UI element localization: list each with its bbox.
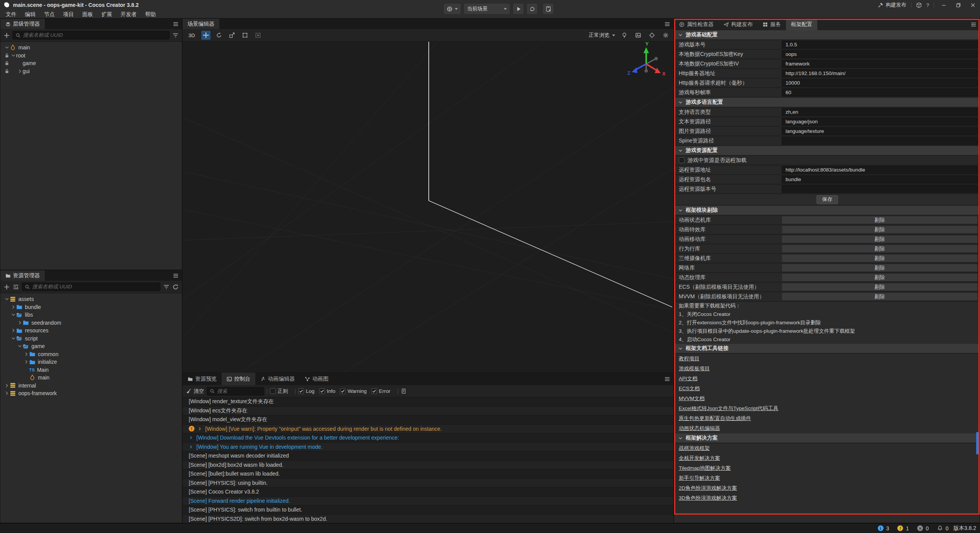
doc-link[interactable]: 游戏模板项目 (679, 365, 710, 372)
axis-gizmo[interactable]: Y X Z (621, 42, 671, 88)
chevron-right-icon[interactable] (24, 359, 29, 365)
asset-node-oops-framework[interactable]: oops-framework (0, 389, 182, 397)
chevron-down-icon[interactable] (11, 312, 16, 317)
regex-checkbox[interactable]: 正则 (270, 388, 288, 395)
cull-button[interactable]: 剔除 (782, 293, 978, 301)
panel-menu-icon[interactable] (664, 21, 670, 27)
menu-item-1[interactable]: 文件 (2, 10, 21, 18)
collapse-all-icon[interactable] (13, 284, 19, 290)
asset-node-seedrandom[interactable]: seedrandom (0, 319, 182, 327)
cull-button[interactable]: 剔除 (782, 254, 978, 262)
field-input-支持语言类型[interactable]: zh,en (782, 108, 978, 116)
panel-menu-icon[interactable] (173, 273, 179, 279)
save-button[interactable]: 保存 (817, 195, 838, 204)
doc-link[interactable]: 3D角色扮演游戏解决方案 (679, 495, 737, 502)
refresh-icon[interactable] (172, 284, 179, 290)
tab-动画编辑器[interactable]: 动画编辑器 (255, 373, 300, 385)
cull-button[interactable]: 剔除 (782, 264, 978, 272)
log-row[interactable]: [Scene] [PHYSICS2D]: switch from box2d-w… (183, 515, 673, 524)
info-count-icon[interactable]: i (878, 525, 884, 531)
hierarchy-search-input[interactable]: 搜索名称或 UUID (13, 31, 170, 39)
filter-icon[interactable] (163, 284, 170, 290)
scene-viewport[interactable]: Y X Z (183, 42, 673, 373)
rect-tool-button[interactable] (240, 31, 250, 40)
chevron-down-icon[interactable] (11, 53, 16, 58)
render-view-button[interactable] (634, 31, 643, 40)
tab-控制台[interactable]: 控制台 (222, 373, 255, 385)
asset-node-assets[interactable]: assets (0, 295, 182, 303)
minimize-button[interactable] (939, 0, 949, 10)
chevron-down-icon[interactable] (4, 296, 10, 302)
build-publish-button[interactable]: 构建发布 (878, 2, 906, 8)
expand-caret-icon[interactable] (189, 445, 193, 449)
chevron-right-icon[interactable] (4, 391, 10, 396)
console-log-list[interactable]: [Window] render_texture文件夹存在[Window] ecs… (183, 397, 673, 523)
doc-link[interactable]: 动画状态机编辑器 (679, 425, 720, 432)
section-header[interactable]: 框架文档工具链接 (674, 344, 980, 354)
log-row[interactable]: ![Window] [Vue warn]: Property "onInput"… (183, 425, 673, 434)
log-row[interactable]: [Scene] meshopt wasm decoder initialized (183, 451, 673, 461)
log-row[interactable]: [Scene] [bullet]:bullet wasm lib loaded. (183, 469, 673, 479)
view-mode-dropdown[interactable]: 正常浏览 (589, 32, 615, 39)
device-preview-button[interactable] (542, 3, 554, 15)
asset-node-initialize[interactable]: initialize (0, 358, 182, 366)
field-input-游戏版本号[interactable]: 1.0.5 (782, 41, 978, 49)
tab-scene-editor[interactable]: 场景编辑器 (183, 19, 219, 29)
chevron-down-icon[interactable] (17, 343, 23, 349)
log-row[interactable]: [Window] model_view文件夹存在 (183, 415, 673, 425)
field-input-Http服务器地址[interactable]: http://192.168.0.150/main/ (782, 69, 978, 77)
light-toggle-button[interactable] (620, 31, 629, 40)
asset-node-common[interactable]: common (0, 350, 182, 358)
field-input-远程资源包名[interactable]: bundle (782, 175, 978, 183)
section-header[interactable]: 游戏基础配置 (674, 30, 980, 40)
log-row[interactable]: [Scene] [PHYSICS]: using builtin. (183, 479, 673, 488)
menu-item-7[interactable]: 开发者 (116, 10, 141, 18)
panel-menu-icon[interactable] (664, 376, 670, 382)
doc-link[interactable]: 原生包热更新配置自动生成插件 (679, 415, 751, 422)
scene-select-dropdown[interactable]: 当前场景 (464, 3, 510, 15)
asset-node-bundle[interactable]: bundle (0, 303, 182, 311)
chevron-right-icon[interactable] (17, 320, 23, 325)
maximize-button[interactable] (953, 0, 963, 10)
close-button[interactable] (968, 0, 978, 10)
scale-tool-button[interactable] (227, 31, 237, 40)
restart-button[interactable] (526, 3, 538, 15)
chevron-down-icon[interactable] (11, 336, 16, 341)
filter-info-checkbox[interactable]: Info (319, 388, 336, 394)
asset-node-script[interactable]: script (0, 335, 182, 343)
chevron-down-icon[interactable] (4, 45, 10, 50)
log-row[interactable]: [Window] You are running Vue in developm… (183, 443, 673, 452)
tab-hierarchy[interactable]: 层级管理器 (0, 19, 45, 29)
doc-link[interactable]: 教程项目 (679, 355, 699, 362)
log-row[interactable]: [Window] Download the Vue Devtools exten… (183, 433, 673, 443)
focus-button[interactable] (647, 31, 657, 40)
section-header[interactable]: 框架解决方案 (674, 433, 980, 443)
hierarchy-node-main[interactable]: main (0, 44, 182, 52)
warning-count-icon[interactable]: ! (897, 525, 903, 531)
error-count-icon[interactable]: ✕ (917, 525, 923, 531)
console-search-input[interactable]: 搜索 (207, 387, 264, 396)
field-input-远程资源地址[interactable]: http://localhost:8083/assets/bundle (782, 166, 978, 174)
doc-link[interactable]: Excel格式转Json文件与TypeScript代码工具 (679, 405, 778, 412)
asset-node-libs[interactable]: libs (0, 311, 182, 319)
hierarchy-node-gui[interactable]: gui (0, 67, 182, 75)
bell-icon[interactable] (937, 525, 943, 531)
log-row[interactable]: [Scene] Cocos Creator v3.8.2 (183, 487, 673, 497)
cull-button[interactable]: 剔除 (782, 273, 978, 281)
filter-error-checkbox[interactable]: Error (371, 388, 390, 394)
field-input-图片资源路径[interactable]: language/texture (782, 127, 978, 135)
log-row[interactable]: [Scene] Forward render pipeline initiali… (183, 497, 673, 506)
menu-item-8[interactable]: 帮助 (141, 10, 160, 18)
log-row[interactable]: [Scene] [box2d]:box2d wasm lib loaded. (183, 461, 673, 470)
field-input-远程资源版本号[interactable] (782, 185, 978, 193)
doc-link[interactable]: 新手引导解决方案 (679, 475, 720, 482)
add-asset-button[interactable] (3, 284, 10, 290)
chevron-right-icon[interactable] (24, 352, 29, 357)
tab-构建发布[interactable]: 构建发布 (719, 19, 758, 30)
menu-item-5[interactable]: 面板 (78, 10, 97, 18)
cull-button[interactable]: 剔除 (782, 226, 978, 234)
menu-item-3[interactable]: 节点 (40, 10, 59, 18)
filter-log-checkbox[interactable]: Log (298, 388, 315, 394)
section-header[interactable]: 框架模块剔除 (674, 206, 980, 216)
expand-caret-icon[interactable] (189, 435, 193, 440)
